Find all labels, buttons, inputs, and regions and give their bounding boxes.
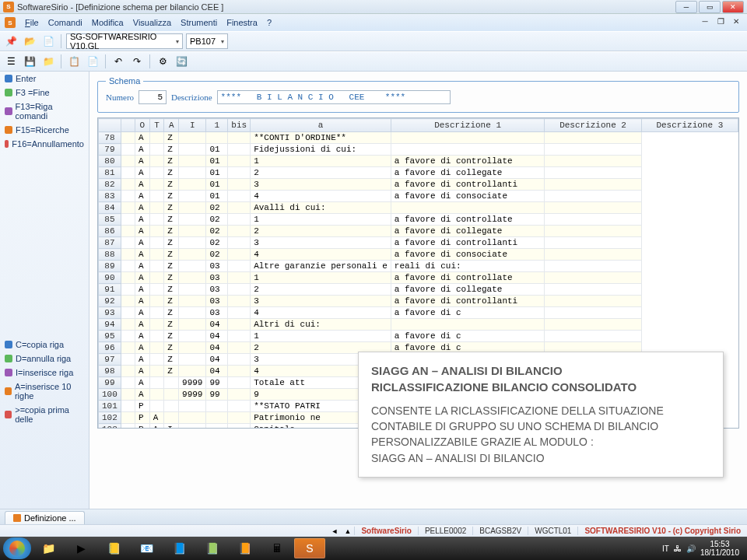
menu-finestra[interactable]: Finestra	[222, 18, 262, 27]
paste-icon[interactable]: 📄	[85, 54, 100, 69]
task-media[interactable]: ▶	[65, 538, 96, 558]
menu-help[interactable]: ?	[262, 18, 276, 27]
menu-visualizza[interactable]: Visualizza	[128, 18, 176, 27]
mdi-restore-button[interactable]: ❐	[714, 17, 727, 28]
status-up-icon[interactable]: ▲	[341, 527, 354, 535]
sidebar-icon	[5, 107, 12, 115]
numero-input[interactable]	[139, 90, 167, 104]
close-button[interactable]: ✕	[722, 1, 744, 13]
grid-header[interactable]: bis	[228, 119, 251, 132]
refresh-icon[interactable]: 🔄	[174, 54, 189, 69]
table-row[interactable]: 85AZ021a favore di controllate	[99, 214, 738, 226]
module-combo[interactable]: PB107	[186, 33, 228, 49]
schema-legend: Schema	[106, 76, 143, 86]
table-row[interactable]: 92AZ033a favore di controllanti	[99, 296, 738, 307]
tray-clock[interactable]: 15:5318/11/2010	[700, 540, 739, 557]
grid-header[interactable]: T	[149, 119, 164, 132]
info-overlay: SIAGG AN – ANALISI DI BILANCIO RICLASSIF…	[358, 352, 724, 478]
menu-modifica[interactable]: Modifica	[87, 18, 128, 27]
grid-header[interactable]: a	[251, 119, 391, 132]
table-row[interactable]: 83AZ014a favore di consociate	[99, 191, 738, 202]
sidebar-item-ge[interactable]: >=copia prima delle	[0, 403, 89, 426]
sidebar-item-i[interactable]: I=inserisce riga	[0, 366, 89, 380]
system-tray[interactable]: IT 🖧 🔊 15:5318/11/2010	[662, 540, 744, 557]
grid-header[interactable]	[121, 119, 135, 132]
redo-icon[interactable]: ↷	[129, 54, 145, 69]
table-row[interactable]: 87AZ023a favore di controllanti	[99, 237, 738, 249]
task-word[interactable]: 📘	[163, 538, 195, 558]
descrizione-input[interactable]	[217, 90, 451, 104]
status-prev-icon[interactable]: ◄	[328, 527, 342, 535]
table-row[interactable]: 86AZ022a favore di collegate	[99, 226, 738, 237]
status-bar: ◄ ▲ SoftwareSirio PELLE0002 BCAGSB2V WGC…	[0, 524, 747, 537]
open-icon[interactable]: 📂	[22, 33, 37, 49]
table-row[interactable]: 84AZ02Avalli di cui:	[99, 202, 738, 214]
task-outlook[interactable]: 📧	[131, 538, 162, 558]
doc-icon[interactable]: 📄	[40, 33, 56, 49]
task-notes[interactable]: 📒	[98, 538, 129, 558]
start-button[interactable]	[3, 537, 31, 559]
table-row[interactable]: 80AZ011a favore di controllate	[99, 156, 738, 167]
tray-net-icon[interactable]: 🖧	[674, 544, 682, 553]
grid-header[interactable]: A	[164, 119, 179, 132]
minimize-button[interactable]: ─	[675, 1, 697, 13]
mdi-tab-definizione[interactable]: Definizione ...	[5, 511, 85, 524]
table-row[interactable]: 91AZ032a favore di collegate	[99, 284, 738, 296]
sidebar-item-f13[interactable]: F13=Riga comandi	[0, 100, 89, 123]
save-icon[interactable]: 💾	[22, 54, 37, 69]
status-db: BCAGSB2V	[472, 527, 528, 535]
toolbar-1: 📌 📂 📄 SG-SOFTWARESIRIO V10.GL PB107	[0, 31, 747, 51]
sidebar-icon	[5, 75, 12, 82]
grid-header[interactable]: Descrizione 2	[545, 119, 641, 132]
tray-vol-icon[interactable]: 🔊	[686, 544, 696, 553]
task-softwaresirio[interactable]: S	[294, 538, 325, 558]
new-icon[interactable]: ☰	[3, 54, 19, 69]
table-row[interactable]: 93AZ034a favore di c	[99, 307, 738, 319]
menu-file[interactable]: File	[20, 18, 44, 27]
task-calc[interactable]: 🖩	[261, 538, 293, 558]
mdi-minimize-button[interactable]: ─	[699, 17, 711, 28]
sidebar-item-d[interactable]: D=annulla riga	[0, 352, 89, 366]
sidebar-icon	[5, 341, 12, 348]
menu-comandi[interactable]: Comandi	[44, 18, 87, 27]
table-row[interactable]: 78AZ**CONTI D'ORDINE**	[99, 132, 738, 144]
pin-icon[interactable]: 📌	[3, 33, 19, 49]
grid-header[interactable]: O	[135, 119, 149, 132]
menu-bar: S File Comandi Modifica Visualizza Strum…	[0, 14, 747, 31]
table-row[interactable]: 81AZ012a favore di collegate	[99, 167, 738, 179]
tray-lang[interactable]: IT	[662, 544, 669, 553]
sidebar: EnterF3 =FineF13=Riga comandiF15=Ricerch…	[0, 72, 89, 509]
tool-icon[interactable]: ⚙	[155, 54, 170, 69]
menu-strumenti[interactable]: Strumenti	[176, 18, 222, 27]
env-combo[interactable]: SG-SOFTWARESIRIO V10.GL	[66, 33, 183, 49]
table-row[interactable]: 95AZ041a favore di c	[99, 331, 738, 342]
grid-header[interactable]: Descrizione 1	[391, 119, 545, 132]
sidebar-item-f3[interactable]: F3 =Fine	[0, 86, 89, 100]
grid-header[interactable]: I	[179, 119, 206, 132]
sidebar-icon	[5, 126, 12, 134]
table-row[interactable]: 79AZ01Fidejussioni di cui:	[99, 144, 738, 156]
task-explorer[interactable]: 📁	[33, 538, 64, 558]
folder-icon[interactable]: 📁	[40, 54, 56, 69]
maximize-button[interactable]: ▭	[699, 1, 721, 13]
table-row[interactable]: 94AZ04Altri di cui:	[99, 319, 738, 331]
status-ws: WGCTL01	[528, 527, 577, 535]
table-row[interactable]: 89AZ03Altre garanzie personali ereali di…	[99, 261, 738, 272]
sidebar-icon	[5, 140, 9, 148]
sidebar-item-c[interactable]: C=copia riga	[0, 338, 89, 352]
mdi-close-button[interactable]: ✕	[730, 17, 742, 28]
grid-header[interactable]: Descrizione 3	[641, 119, 738, 132]
sidebar-item-a[interactable]: A=inserisce 10 righe	[0, 380, 89, 403]
sidebar-icon	[5, 355, 12, 362]
sidebar-item-f15[interactable]: F15=Ricerche	[0, 123, 89, 137]
sidebar-item-enter[interactable]: Enter	[0, 72, 89, 86]
sidebar-item-f16[interactable]: F16=Annullamento	[0, 137, 89, 151]
table-row[interactable]: 88AZ024a favore di consociate	[99, 249, 738, 261]
undo-icon[interactable]: ↶	[110, 54, 126, 69]
copy-icon[interactable]: 📋	[66, 54, 82, 69]
task-ppt[interactable]: 📙	[229, 538, 260, 558]
grid-header[interactable]: 1	[206, 119, 228, 132]
task-excel[interactable]: 📗	[196, 538, 227, 558]
table-row[interactable]: 90AZ031a favore di controllate	[99, 272, 738, 284]
table-row[interactable]: 82AZ013a favore di controllanti	[99, 179, 738, 191]
